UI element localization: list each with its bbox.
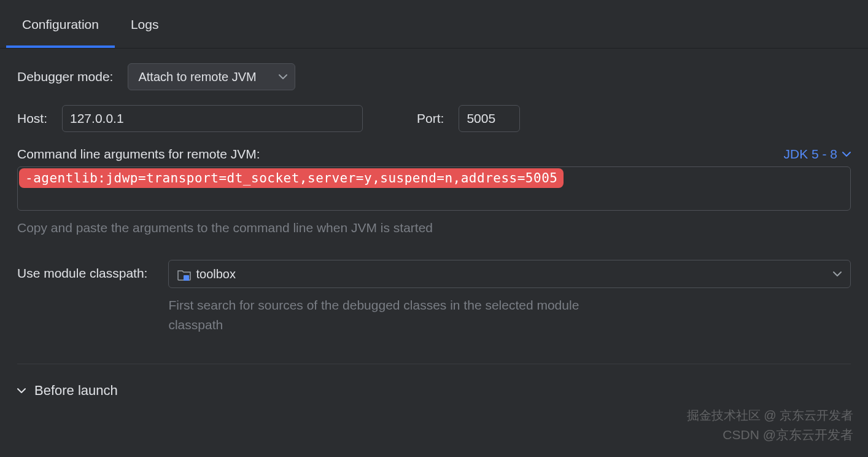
svg-rect-0: [184, 275, 189, 281]
jdk-version-value: JDK 5 - 8: [783, 147, 837, 162]
chevron-down-icon: [17, 388, 26, 394]
watermark: 掘金技术社区 @ 京东云开发者: [687, 407, 853, 424]
before-launch-section[interactable]: Before launch: [0, 364, 868, 399]
tab-bar: Configuration Logs: [0, 0, 868, 49]
watermark: CSDN @京东云开发者: [723, 426, 853, 443]
tab-logs[interactable]: Logs: [115, 0, 175, 48]
port-label: Port:: [417, 111, 444, 126]
cli-args-hint: Copy and paste the arguments to the comm…: [17, 221, 851, 235]
chevron-down-icon: [833, 271, 842, 277]
debugger-mode-label: Debugger mode:: [17, 69, 113, 84]
module-icon: [177, 269, 190, 279]
host-label: Host:: [17, 111, 47, 126]
module-classpath-hint: First search for sources of the debugged…: [168, 295, 610, 334]
host-input[interactable]: [62, 105, 363, 132]
jdk-version-select[interactable]: JDK 5 - 8: [783, 147, 851, 162]
module-classpath-label: Use module classpath:: [17, 260, 147, 281]
config-panel: Debugger mode: Attach to remote JVM Host…: [0, 49, 868, 364]
cli-args-field[interactable]: -agentlib:jdwp=transport=dt_socket,serve…: [17, 166, 851, 211]
port-input[interactable]: [459, 105, 520, 132]
before-launch-label: Before launch: [34, 383, 118, 399]
cli-args-label: Command line arguments for remote JVM:: [17, 147, 260, 162]
chevron-down-icon: [279, 74, 287, 80]
tab-configuration[interactable]: Configuration: [6, 0, 115, 48]
cli-args-value: -agentlib:jdwp=transport=dt_socket,serve…: [19, 168, 564, 188]
debugger-mode-select[interactable]: Attach to remote JVM: [128, 63, 295, 90]
module-classpath-select[interactable]: toolbox: [168, 260, 851, 288]
module-classpath-value: toolbox: [196, 267, 236, 281]
chevron-down-icon: [842, 151, 851, 157]
debugger-mode-value: Attach to remote JVM: [138, 70, 256, 84]
